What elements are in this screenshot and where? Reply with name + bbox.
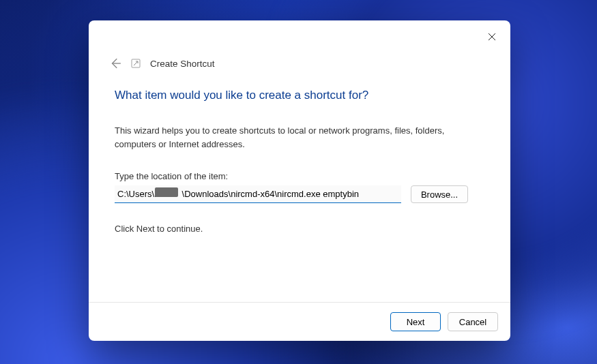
close-icon xyxy=(488,33,496,41)
titlebar xyxy=(89,20,510,53)
cancel-button[interactable]: Cancel xyxy=(448,312,498,331)
location-label: Type the location of the item: xyxy=(115,171,484,181)
wizard-description: This wizard helps you to create shortcut… xyxy=(115,124,483,151)
dialog-title: Create Shortcut xyxy=(150,59,215,69)
breadcrumb: Create Shortcut xyxy=(89,53,510,74)
close-button[interactable] xyxy=(476,25,508,49)
headline: What item would you like to create a sho… xyxy=(115,89,484,102)
next-button[interactable]: Next xyxy=(390,312,441,331)
browse-button[interactable]: Browse... xyxy=(411,185,468,203)
shortcut-icon xyxy=(131,59,141,68)
dialog-footer: Next Cancel xyxy=(89,302,510,341)
location-input-wrap xyxy=(115,185,401,203)
dialog-content: What item would you like to create a sho… xyxy=(89,74,510,302)
create-shortcut-dialog: Create Shortcut What item would you like… xyxy=(89,20,510,341)
continue-hint: Click Next to continue. xyxy=(115,224,484,234)
back-arrow-icon[interactable] xyxy=(109,57,121,70)
redacted-username xyxy=(155,187,178,197)
location-row: Browse... xyxy=(115,185,484,203)
